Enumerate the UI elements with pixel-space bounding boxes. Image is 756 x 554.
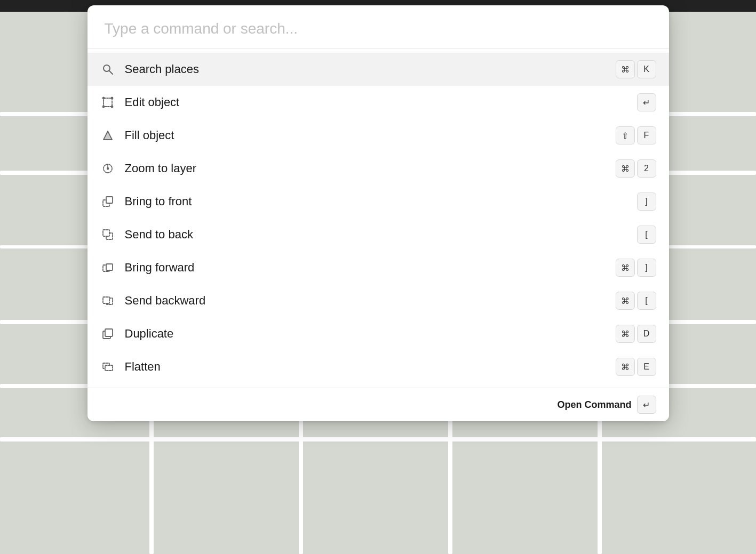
search-icon	[100, 62, 115, 77]
shortcut-fill-object: ⇧F	[616, 126, 656, 144]
svg-point-10	[107, 168, 108, 170]
svg-rect-14	[103, 230, 109, 236]
key-badge: E	[637, 358, 656, 376]
search-area	[87, 5, 669, 49]
svg-rect-20	[105, 329, 113, 336]
key-badge: ⇧	[616, 126, 635, 144]
key-badge: ]	[637, 259, 656, 277]
zoom-layer-icon	[100, 161, 115, 176]
key-badge: 2	[637, 159, 656, 178]
cmd-item-bring-to-front[interactable]: Bring to front]	[87, 185, 669, 218]
cmd-label-edit-object: Edit object	[125, 95, 627, 109]
cmd-item-zoom-to-layer[interactable]: Zoom to layer⌘2	[87, 152, 669, 185]
cmd-item-fill-object[interactable]: Fill object⇧F	[87, 119, 669, 152]
cmd-label-duplicate: Duplicate	[125, 327, 606, 341]
cmd-label-bring-forward: Bring forward	[125, 261, 606, 275]
cmd-label-send-backward: Send backward	[125, 294, 606, 308]
svg-rect-18	[103, 297, 109, 303]
cmd-item-bring-forward[interactable]: Bring forward⌘]	[87, 251, 669, 284]
key-badge: K	[637, 60, 656, 78]
shortcut-duplicate: ⌘D	[616, 325, 656, 343]
cmd-label-flatten: Flatten	[125, 360, 606, 374]
key-badge: ⌘	[616, 292, 635, 310]
svg-rect-12	[106, 197, 113, 203]
send-backward-icon	[100, 293, 115, 308]
cmd-label-fill-object: Fill object	[125, 129, 606, 142]
cmd-item-duplicate[interactable]: Duplicate⌘D	[87, 317, 669, 350]
open-command-label: Open Command	[557, 399, 631, 411]
cmd-item-send-backward[interactable]: Send backward⌘[	[87, 284, 669, 317]
flatten-icon	[100, 359, 115, 374]
svg-rect-22	[105, 365, 113, 371]
shortcut-flatten: ⌘E	[616, 358, 656, 376]
fill-object-icon	[100, 128, 115, 143]
svg-point-5	[102, 106, 104, 108]
svg-point-0	[104, 65, 110, 71]
key-badge: ]	[637, 192, 656, 211]
search-input[interactable]	[105, 20, 652, 37]
shortcut-send-to-back: [	[637, 226, 656, 244]
svg-rect-2	[104, 98, 112, 107]
shortcut-edit-object: ↵	[637, 93, 656, 111]
shortcut-bring-to-front: ]	[637, 192, 656, 211]
key-badge: ⌘	[616, 60, 635, 78]
shortcut-bring-forward: ⌘]	[616, 259, 656, 277]
shortcut-zoom-to-layer: ⌘2	[616, 159, 656, 178]
cmd-label-bring-to-front: Bring to front	[125, 195, 627, 208]
key-badge: D	[637, 325, 656, 343]
send-to-back-icon	[100, 227, 115, 242]
svg-line-1	[109, 71, 113, 74]
svg-rect-16	[106, 264, 113, 270]
key-badge: [	[637, 226, 656, 244]
cmd-item-search-places[interactable]: Search places⌘K	[87, 53, 669, 86]
enter-key-badge: ↵	[637, 396, 656, 414]
bring-to-front-icon	[100, 194, 115, 209]
shortcut-send-backward: ⌘[	[616, 292, 656, 310]
shortcut-search-places: ⌘K	[616, 60, 656, 78]
svg-point-3	[102, 98, 104, 99]
bring-forward-icon	[100, 260, 115, 275]
key-badge: ↵	[637, 93, 656, 111]
svg-point-6	[111, 106, 113, 108]
svg-marker-7	[104, 131, 112, 140]
command-palette: Search places⌘K Edit object↵ Fill object…	[87, 5, 669, 421]
cmd-item-edit-object[interactable]: Edit object↵	[87, 86, 669, 119]
key-badge: ⌘	[616, 325, 635, 343]
key-badge: F	[637, 126, 656, 144]
cmd-item-flatten[interactable]: Flatten⌘E	[87, 350, 669, 383]
svg-point-4	[111, 98, 113, 99]
key-badge: [	[637, 292, 656, 310]
cmd-label-send-to-back: Send to back	[125, 228, 627, 242]
cmd-item-send-to-back[interactable]: Send to back[	[87, 218, 669, 251]
commands-list: Search places⌘K Edit object↵ Fill object…	[87, 49, 669, 388]
key-badge: ⌘	[616, 159, 635, 178]
key-badge: ⌘	[616, 259, 635, 277]
palette-footer: Open Command ↵	[87, 388, 669, 421]
key-badge: ⌘	[616, 358, 635, 376]
duplicate-icon	[100, 326, 115, 341]
modal-overlay: Search places⌘K Edit object↵ Fill object…	[0, 0, 756, 554]
edit-object-icon	[100, 95, 115, 110]
cmd-label-zoom-to-layer: Zoom to layer	[125, 162, 606, 175]
cmd-label-search-places: Search places	[125, 62, 606, 76]
